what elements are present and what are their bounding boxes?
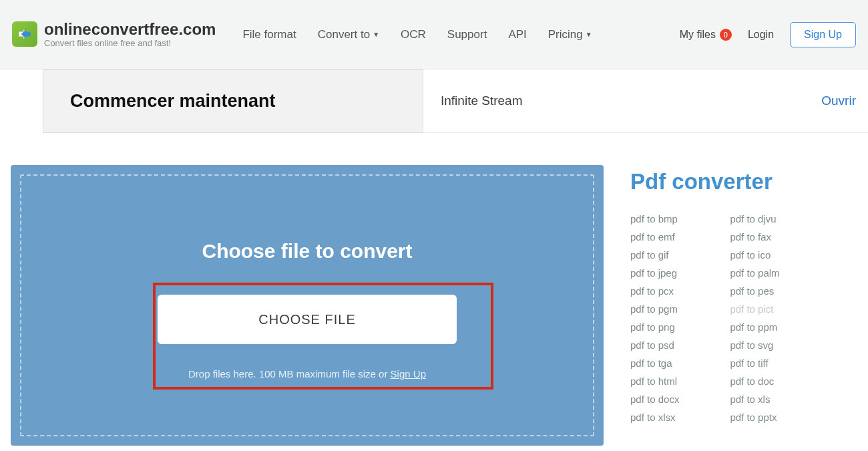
dropzone-title: Choose file to convert	[202, 240, 412, 263]
logo-block[interactable]: onlineconvertfree.com Convert files onli…	[12, 21, 216, 48]
nav-label: OCR	[401, 28, 426, 41]
brand-text: onlineconvertfree.com Convert files onli…	[44, 21, 216, 48]
conv-link[interactable]: pdf to pcx	[630, 285, 679, 297]
converter-sidebar: Pdf converter pdf to bmp pdf to emf pdf …	[630, 165, 868, 446]
sidebar-title: Pdf converter	[630, 169, 868, 194]
dropzone[interactable]: Choose file to convert CHOOSE FILE Drop …	[11, 165, 604, 446]
ad-left-panel[interactable]: Commencer maintenant	[43, 69, 423, 133]
conv-link[interactable]: pdf to pgm	[630, 303, 679, 315]
my-files-link[interactable]: My files 0	[680, 29, 732, 41]
nav-support[interactable]: Support	[447, 28, 487, 41]
nav-convert-to[interactable]: Convert to▼	[318, 28, 379, 41]
ad-right-panel: Infinite Stream Ouvrir	[423, 69, 868, 133]
nav-label: Support	[447, 28, 487, 41]
main-content: Choose file to convert CHOOSE FILE Drop …	[0, 133, 868, 446]
my-files-badge: 0	[720, 29, 732, 41]
ad-right-title: Infinite Stream	[441, 94, 523, 108]
conv-link[interactable]: pdf to pes	[730, 285, 779, 297]
conv-link[interactable]: pdf to gif	[630, 249, 679, 261]
conv-link[interactable]: pdf to ico	[730, 249, 779, 261]
chevron-down-icon: ▼	[373, 31, 379, 38]
nav-label: Pricing	[548, 28, 583, 41]
header-right: My files 0 Login Sign Up	[680, 22, 856, 47]
my-files-label: My files	[680, 29, 716, 41]
conv-link[interactable]: pdf to bmp	[630, 213, 679, 224]
converter-col-2: pdf to djvu pdf to fax pdf to ico pdf to…	[730, 213, 779, 423]
conv-link[interactable]: pdf to ppm	[730, 321, 779, 333]
conv-link[interactable]: pdf to doc	[730, 375, 779, 387]
conv-link[interactable]: pdf to pict	[730, 303, 779, 315]
conv-link[interactable]: pdf to xls	[730, 394, 779, 405]
conv-link[interactable]: pdf to svg	[730, 339, 779, 351]
chevron-down-icon: ▼	[586, 31, 592, 38]
conv-link[interactable]: pdf to xlsx	[630, 412, 679, 423]
nav-ocr[interactable]: OCR	[401, 28, 426, 41]
conv-link[interactable]: pdf to palm	[730, 267, 779, 279]
login-link[interactable]: Login	[748, 29, 774, 41]
ad-left-text: Commencer maintenant	[70, 91, 276, 112]
conv-link[interactable]: pdf to pptx	[730, 412, 779, 423]
conv-link[interactable]: pdf to html	[630, 375, 679, 387]
nav-api[interactable]: API	[508, 28, 526, 41]
converter-grid: pdf to bmp pdf to emf pdf to gif pdf to …	[630, 213, 868, 423]
highlight-box	[153, 283, 493, 390]
header: onlineconvertfree.com Convert files onli…	[0, 0, 868, 69]
conv-link[interactable]: pdf to psd	[630, 339, 679, 351]
nav-pricing[interactable]: Pricing▼	[548, 28, 592, 41]
nav-label: API	[508, 28, 526, 41]
nav-file-format[interactable]: File format	[242, 28, 296, 41]
signup-button[interactable]: Sign Up	[790, 22, 856, 47]
converter-col-1: pdf to bmp pdf to emf pdf to gif pdf to …	[630, 213, 679, 423]
conv-link[interactable]: pdf to tiff	[730, 357, 779, 369]
ad-bar: Commencer maintenant Infinite Stream Ouv…	[0, 69, 868, 133]
conv-link[interactable]: pdf to tga	[630, 357, 679, 369]
conv-link[interactable]: pdf to fax	[730, 231, 779, 243]
brand-name: onlineconvertfree.com	[44, 21, 216, 38]
logo-icon	[12, 21, 37, 47]
nav-label: Convert to	[318, 28, 370, 41]
conv-link[interactable]: pdf to docx	[630, 394, 679, 405]
ad-right-action[interactable]: Ouvrir	[821, 94, 856, 108]
main-nav: File format Convert to▼ OCR Support API …	[242, 28, 592, 41]
conv-link[interactable]: pdf to djvu	[730, 213, 779, 224]
nav-label: File format	[242, 28, 296, 41]
conv-link[interactable]: pdf to png	[630, 321, 679, 333]
conv-link[interactable]: pdf to emf	[630, 231, 679, 243]
brand-tagline: Convert files online free and fast!	[44, 38, 216, 48]
conv-link[interactable]: pdf to jpeg	[630, 267, 679, 279]
